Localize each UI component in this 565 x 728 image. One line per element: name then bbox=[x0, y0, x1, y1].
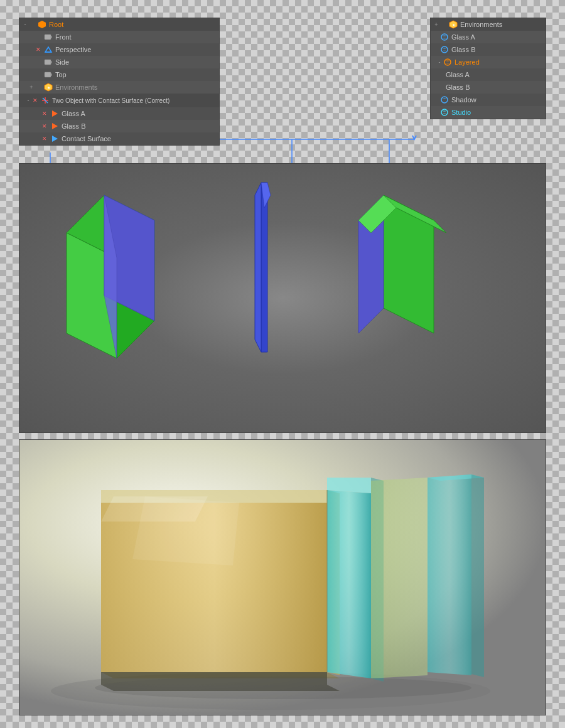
root-toggle[interactable]: - bbox=[22, 21, 28, 28]
env-studio-label: Studio bbox=[451, 109, 471, 116]
env-glass-a[interactable]: Glass A bbox=[431, 31, 546, 43]
svg-rect-0 bbox=[45, 35, 51, 40]
env-panel-toggle-plus[interactable]: + bbox=[433, 21, 439, 28]
env-glass-b[interactable]: Glass B bbox=[431, 43, 546, 56]
glass-a-1-checkbox[interactable]: ✕ bbox=[41, 110, 48, 117]
env-layered-glass-a[interactable]: Glass A bbox=[431, 68, 546, 81]
render-scene-svg bbox=[19, 440, 546, 715]
side-icon bbox=[43, 57, 53, 67]
svg-marker-45 bbox=[327, 490, 371, 678]
contact-surface-label: Contact Surface bbox=[62, 135, 111, 142]
two-object-toggle[interactable]: - bbox=[25, 97, 31, 104]
glass-b-1-icon bbox=[50, 121, 60, 131]
env-layered-glass-a-label: Glass A bbox=[446, 71, 470, 78]
env-glass-b-icon bbox=[439, 45, 449, 55]
tree-glass-a-1[interactable]: ✕ Glass A bbox=[19, 107, 219, 120]
tree-side[interactable]: Side bbox=[19, 56, 219, 68]
env-studio-icon bbox=[439, 107, 449, 117]
root-icon bbox=[37, 19, 47, 29]
svg-text:★: ★ bbox=[452, 23, 455, 27]
tree-front[interactable]: Front bbox=[19, 31, 219, 43]
front-label: Front bbox=[55, 33, 72, 41]
svg-point-17 bbox=[444, 59, 451, 65]
root-label: Root bbox=[49, 21, 63, 28]
svg-point-15 bbox=[441, 34, 448, 40]
svg-marker-53 bbox=[132, 496, 239, 565]
glass-b-1-checkbox[interactable]: ✕ bbox=[41, 123, 48, 129]
svg-rect-7 bbox=[51, 73, 52, 76]
svg-marker-30 bbox=[255, 183, 261, 352]
top-icon bbox=[43, 70, 53, 80]
two-object-checkbox[interactable]: ✕ bbox=[31, 97, 39, 104]
svg-point-19 bbox=[441, 109, 448, 115]
env-panel-title: Environments bbox=[460, 21, 502, 28]
scene-tree-panel: - Root Front ✕ Perspective bbox=[19, 18, 220, 146]
svg-point-54 bbox=[95, 677, 471, 699]
tree-perspective[interactable]: ✕ Perspective bbox=[19, 43, 219, 56]
layered-toggle[interactable]: - bbox=[436, 59, 443, 65]
env-panel-icon: ★ bbox=[448, 19, 458, 29]
env-glass-a-label: Glass A bbox=[451, 33, 475, 41]
svg-rect-4 bbox=[45, 60, 51, 65]
svg-marker-48 bbox=[371, 478, 428, 678]
svg-rect-1 bbox=[51, 36, 52, 38]
perspective-checkbox[interactable]: ✕ bbox=[35, 46, 42, 53]
svg-point-16 bbox=[441, 46, 448, 53]
env-layered-label: Layered bbox=[455, 58, 480, 66]
glass-a-1-icon bbox=[50, 109, 60, 119]
3d-scene-svg bbox=[19, 164, 546, 433]
env-panel: + ★ Environments Glass A bbox=[430, 18, 546, 119]
viewport-render[interactable] bbox=[19, 439, 546, 715]
env-panel-header[interactable]: + ★ Environments bbox=[431, 18, 546, 31]
env-glass-a-icon bbox=[439, 32, 449, 42]
env-studio[interactable]: Studio bbox=[431, 106, 546, 119]
env-layered-icon bbox=[443, 57, 453, 67]
svg-point-18 bbox=[441, 97, 448, 103]
tree-environments[interactable]: + ★ Environments bbox=[19, 81, 219, 94]
svg-rect-5 bbox=[51, 61, 52, 63]
contact-surface-checkbox[interactable]: ✕ bbox=[41, 136, 48, 142]
svg-text:★: ★ bbox=[47, 86, 50, 90]
perspective-label: Perspective bbox=[55, 46, 91, 53]
env-layered-glass-b[interactable]: Glass B bbox=[431, 81, 546, 94]
tree-glass-b-1[interactable]: ✕ Glass B bbox=[19, 120, 219, 132]
env-layered-glass-b-label: Glass B bbox=[446, 83, 470, 91]
env-shadow-label: Shadow bbox=[451, 96, 476, 104]
tree-root[interactable]: - Root bbox=[19, 18, 219, 31]
svg-marker-51 bbox=[471, 474, 484, 677]
env-icon: ★ bbox=[43, 82, 53, 92]
tree-top[interactable]: Top bbox=[19, 68, 219, 81]
env-shadow[interactable]: Shadow bbox=[431, 94, 546, 106]
two-object-icon bbox=[40, 95, 50, 105]
svg-marker-32 bbox=[384, 195, 434, 333]
env-glass-b-label: Glass B bbox=[451, 46, 476, 53]
front-icon bbox=[43, 32, 53, 42]
env-toggle[interactable]: + bbox=[28, 84, 35, 90]
environments-label: Environments bbox=[55, 83, 97, 91]
two-object-label: Two Object with Contact Surface (Correct… bbox=[52, 97, 170, 104]
svg-marker-49 bbox=[428, 474, 471, 675]
glass-a-1-label: Glass A bbox=[62, 110, 85, 117]
svg-marker-2 bbox=[45, 47, 51, 52]
top-label: Top bbox=[55, 71, 67, 78]
contact-surface-icon bbox=[50, 134, 60, 144]
perspective-icon bbox=[43, 45, 53, 55]
env-layered[interactable]: - Layered bbox=[431, 56, 546, 68]
glass-b-1-label: Glass B bbox=[62, 122, 86, 130]
env-shadow-icon bbox=[439, 95, 449, 105]
viewport-3d[interactable] bbox=[19, 163, 546, 433]
tree-contact-surface[interactable]: ✕ Contact Surface bbox=[19, 132, 219, 145]
svg-rect-6 bbox=[45, 72, 51, 77]
side-label: Side bbox=[55, 58, 69, 66]
tree-two-object[interactable]: - ✕ Two Object with Contact Surface (Cor… bbox=[19, 94, 219, 107]
